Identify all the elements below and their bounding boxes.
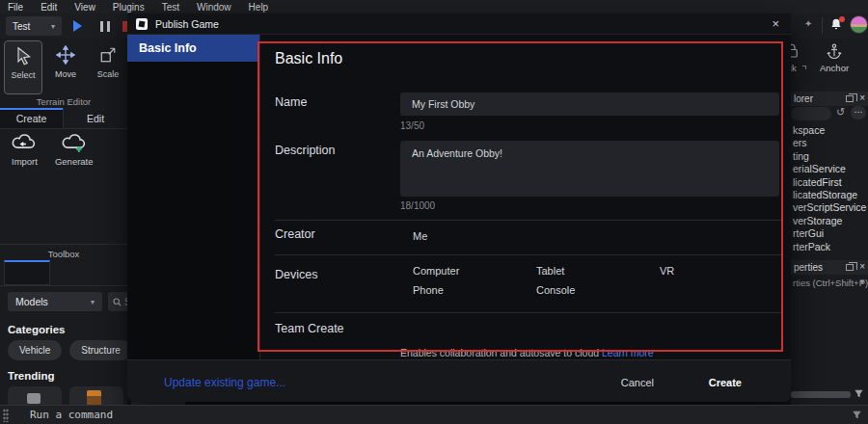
playtest-mode-dropdown[interactable]: Test ▾ bbox=[6, 16, 62, 36]
tree-item-workspace[interactable]: kspace bbox=[793, 124, 866, 137]
pause-icon[interactable] bbox=[100, 21, 110, 32]
panel-divider bbox=[0, 244, 127, 245]
trending-thumbnail[interactable] bbox=[8, 386, 62, 406]
anchor-label: Anchor bbox=[820, 63, 849, 73]
notifications-bell-icon[interactable] bbox=[829, 17, 845, 33]
dialog-sidebar: Basic Info bbox=[127, 35, 260, 359]
dialog-title: Publish Game bbox=[155, 18, 219, 30]
import-label: Import bbox=[12, 156, 38, 167]
tree-item-starterpack[interactable]: rterPack bbox=[793, 241, 866, 253]
explorer-search-input[interactable] bbox=[791, 107, 831, 120]
scale-tool-button[interactable]: Scale bbox=[89, 40, 127, 94]
creator-label: Creator bbox=[275, 227, 315, 241]
menu-plugins[interactable]: Plugins bbox=[113, 2, 145, 13]
cancel-button[interactable]: Cancel bbox=[621, 377, 654, 388]
command-bar[interactable]: Run a command bbox=[0, 405, 868, 424]
search-icon bbox=[113, 298, 122, 306]
history-icon[interactable]: ↺ bbox=[836, 106, 845, 119]
move-tool-button[interactable]: Move bbox=[46, 40, 85, 94]
close-panel-icon[interactable]: × bbox=[859, 262, 865, 272]
scale-icon bbox=[96, 43, 120, 66]
sidebar-item-basic-info[interactable]: Basic Info bbox=[127, 35, 259, 62]
menu-help[interactable]: Help bbox=[249, 2, 269, 13]
basic-info-heading: Basic Info bbox=[275, 50, 342, 67]
dialog-titlebar[interactable]: Publish Game × bbox=[127, 13, 791, 35]
device-phone[interactable]: Phone bbox=[413, 284, 536, 296]
dropdown-corner-mark bbox=[802, 66, 806, 69]
move-tool-label: Move bbox=[55, 69, 76, 79]
close-icon[interactable]: × bbox=[772, 16, 779, 31]
description-input[interactable]: An Adventure Obby! bbox=[400, 141, 779, 197]
device-console[interactable]: Console bbox=[536, 284, 660, 296]
filter-funnel-icon[interactable] bbox=[852, 411, 862, 420]
team-create-label: Team Create bbox=[275, 322, 344, 335]
import-button[interactable]: Import bbox=[12, 133, 38, 167]
assistant-sparkle-icon[interactable]: ✦ bbox=[804, 18, 812, 29]
divider bbox=[275, 254, 781, 255]
tree-item-players[interactable]: ers bbox=[793, 137, 866, 149]
category-pill-structure[interactable]: Structure bbox=[69, 340, 132, 360]
description-label: Description bbox=[275, 144, 336, 157]
anchor-icon bbox=[826, 42, 843, 60]
category-pill-vehicle[interactable]: Vehicle bbox=[8, 340, 62, 360]
more-options-button[interactable]: ⋯ bbox=[851, 106, 866, 119]
tree-item-lighting[interactable]: ting bbox=[793, 150, 866, 163]
explorer-tree: kspace ers ting erialService licatedFirs… bbox=[793, 124, 866, 253]
device-tablet[interactable]: Tablet bbox=[536, 265, 660, 277]
team-create-description-text: Enables collaboration and autosave to cl… bbox=[400, 347, 602, 358]
play-icon[interactable] bbox=[73, 20, 82, 32]
toolbox-active-tab[interactable] bbox=[4, 260, 50, 285]
explorer-panel-header: lorer × bbox=[791, 92, 868, 106]
select-tool-label: Select bbox=[12, 70, 36, 80]
name-input[interactable] bbox=[400, 93, 779, 116]
menu-test[interactable]: Test bbox=[162, 2, 179, 13]
menu-view[interactable]: View bbox=[74, 2, 95, 13]
thumbnail-image bbox=[87, 390, 101, 406]
properties-filter-label[interactable]: rties (Ctrl+Shift+P) bbox=[793, 278, 868, 288]
menu-window[interactable]: Window bbox=[197, 2, 231, 13]
tree-item-serverstorage[interactable]: verStorage bbox=[793, 215, 866, 227]
close-panel-icon[interactable]: × bbox=[859, 93, 865, 103]
tree-item-startergui[interactable]: rterGui bbox=[793, 227, 866, 240]
categories-title: Categories bbox=[8, 324, 65, 335]
create-button[interactable]: Create bbox=[709, 377, 742, 388]
device-vr[interactable]: VR bbox=[660, 265, 779, 277]
command-input[interactable]: Run a command bbox=[30, 409, 113, 421]
generate-label: Generate bbox=[55, 156, 94, 167]
terrain-tabbar: Create Edit bbox=[0, 108, 127, 129]
menu-file[interactable]: File bbox=[8, 2, 23, 13]
tree-item-replicatedstorage[interactable]: licatedStorage bbox=[793, 189, 866, 201]
models-dropdown[interactable]: Models ▾ bbox=[8, 292, 102, 311]
filter-funnel-icon[interactable] bbox=[854, 389, 866, 400]
learn-more-link[interactable]: Learn more bbox=[602, 347, 654, 358]
explorer-title: lorer bbox=[794, 93, 813, 104]
devices-label: Devices bbox=[275, 268, 317, 281]
tree-item-materialservice[interactable]: erialService bbox=[793, 163, 866, 175]
divider bbox=[275, 220, 781, 221]
creator-value[interactable]: Me bbox=[413, 230, 427, 242]
divider bbox=[275, 312, 781, 313]
tree-item-serverscriptservice[interactable]: verScriptService bbox=[793, 201, 866, 214]
float-window-icon[interactable] bbox=[846, 264, 854, 271]
chevron-down-icon: ▼ bbox=[858, 278, 866, 286]
dialog-footer: Update existing game... Cancel Create bbox=[127, 359, 791, 402]
models-dropdown-label: Models bbox=[15, 296, 48, 307]
tree-item-replicatedfirst[interactable]: licatedFirst bbox=[793, 176, 866, 189]
menu-edit[interactable]: Edit bbox=[41, 2, 57, 13]
avatar[interactable] bbox=[850, 15, 868, 34]
left-toolbar-panel: Select Move Scale Terrain Editor Create … bbox=[0, 39, 127, 405]
properties-title: perties bbox=[794, 262, 823, 273]
tab-edit[interactable]: Edit bbox=[64, 108, 127, 128]
horizontal-scrollbar[interactable] bbox=[791, 391, 851, 398]
update-existing-game-link[interactable]: Update existing game... bbox=[164, 376, 285, 389]
tab-create[interactable]: Create bbox=[0, 108, 64, 128]
divider bbox=[822, 17, 823, 34]
anchor-tool-button[interactable]: Anchor bbox=[820, 42, 849, 73]
trending-thumbnail[interactable] bbox=[69, 386, 123, 406]
select-tool-button[interactable]: Select bbox=[4, 40, 42, 94]
drag-grip-icon[interactable] bbox=[3, 409, 9, 422]
float-window-icon[interactable] bbox=[846, 95, 854, 102]
generate-button[interactable]: Generate bbox=[55, 133, 94, 167]
device-computer[interactable]: Computer bbox=[413, 265, 536, 277]
move-icon bbox=[54, 43, 77, 66]
